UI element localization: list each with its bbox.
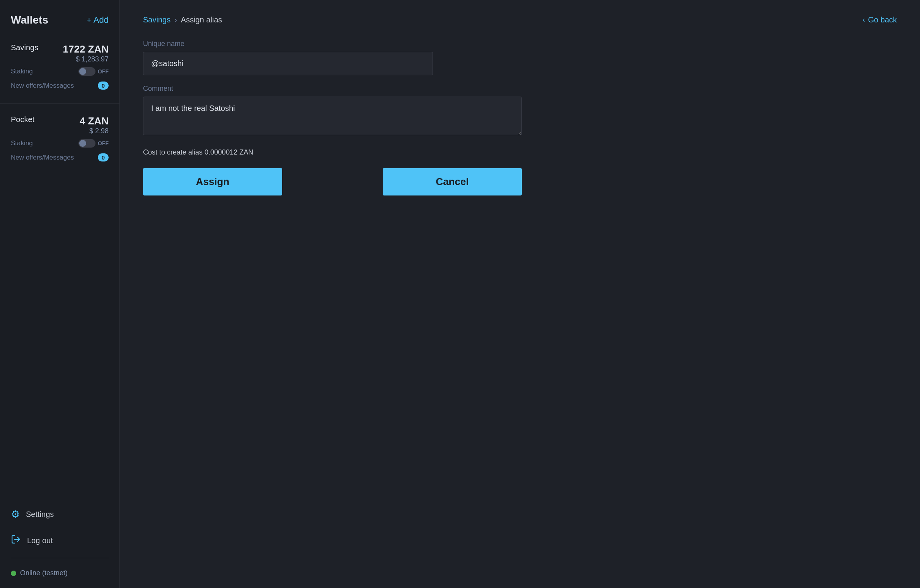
savings-staking-label: Staking xyxy=(11,68,33,75)
savings-staking-row: Staking OFF xyxy=(11,63,109,78)
comment-label: Comment xyxy=(143,85,522,93)
savings-wallet-info: 1722 ZAN $ 1,283.97 xyxy=(63,43,109,63)
gear-icon: ⚙ xyxy=(11,508,20,520)
sidebar-bottom: ⚙ Settings Log out Online (testnet) xyxy=(0,501,119,588)
pocket-wallet-balance: 4 ZAN xyxy=(80,115,109,127)
logout-icon xyxy=(11,534,21,547)
status-text: Online (testnet) xyxy=(20,569,68,577)
assign-alias-form: Unique name Comment Cost to create alias… xyxy=(143,40,522,195)
pocket-wallet: Pocket 4 ZAN $ 2.98 Staking OFF New offe… xyxy=(0,107,119,171)
savings-wallet: Savings 1722 ZAN $ 1,283.97 Staking OFF … xyxy=(0,36,119,99)
breadcrumb-savings-link[interactable]: Savings xyxy=(143,15,170,24)
status-dot-icon xyxy=(11,571,16,576)
wallets-title: Wallets xyxy=(11,14,48,26)
breadcrumb-left: Savings › Assign alias xyxy=(143,15,222,24)
button-row: Assign Cancel xyxy=(143,168,522,195)
pocket-staking-toggle-knob xyxy=(79,140,86,147)
pocket-wallet-info: 4 ZAN $ 2.98 xyxy=(80,115,109,135)
settings-label: Settings xyxy=(26,510,54,519)
assign-button[interactable]: Assign xyxy=(143,168,282,195)
savings-wallet-fiat: $ 1,283.97 xyxy=(76,55,109,63)
savings-staking-toggle-label: OFF xyxy=(98,68,109,75)
go-back-label: Go back xyxy=(868,15,897,24)
pocket-staking-toggle[interactable] xyxy=(78,139,95,148)
unique-name-label: Unique name xyxy=(143,40,522,48)
bottom-divider xyxy=(11,558,109,558)
go-back-arrow-icon: ‹ xyxy=(863,16,865,24)
savings-messages-row: New offers/Messages 0 xyxy=(11,78,109,92)
breadcrumb-separator-icon: › xyxy=(174,15,177,24)
pocket-messages-row: New offers/Messages 0 xyxy=(11,150,109,163)
savings-wallet-name: Savings xyxy=(11,43,38,52)
wallet-divider xyxy=(0,103,119,104)
savings-staking-toggle-knob xyxy=(79,68,86,75)
savings-staking-toggle[interactable] xyxy=(78,67,95,76)
logout-label: Log out xyxy=(27,536,53,545)
main-content: Savings › Assign alias ‹ Go back Unique … xyxy=(120,0,920,588)
breadcrumb-current-page: Assign alias xyxy=(181,15,222,24)
pocket-wallet-fiat: $ 2.98 xyxy=(89,127,109,135)
savings-messages-badge: 0 xyxy=(98,82,109,90)
settings-menu-item[interactable]: ⚙ Settings xyxy=(11,501,109,527)
savings-messages-label: New offers/Messages xyxy=(11,82,74,90)
cost-text: Cost to create alias 0.0000012 ZAN xyxy=(143,148,522,156)
pocket-staking-toggle-container: OFF xyxy=(78,139,109,148)
add-wallet-button[interactable]: + Add xyxy=(87,15,109,25)
sidebar: Wallets + Add Savings 1722 ZAN $ 1,283.9… xyxy=(0,0,120,588)
pocket-staking-row: Staking OFF xyxy=(11,135,109,150)
cancel-button[interactable]: Cancel xyxy=(383,168,522,195)
comment-textarea[interactable] xyxy=(143,97,522,135)
pocket-messages-label: New offers/Messages xyxy=(11,154,74,161)
pocket-messages-badge: 0 xyxy=(98,153,109,161)
go-back-button[interactable]: ‹ Go back xyxy=(863,15,897,24)
unique-name-input[interactable] xyxy=(143,52,433,75)
sidebar-header: Wallets + Add xyxy=(0,0,119,36)
pocket-staking-toggle-label: OFF xyxy=(98,140,109,146)
pocket-wallet-name: Pocket xyxy=(11,115,34,124)
savings-wallet-balance: 1722 ZAN xyxy=(63,43,109,55)
breadcrumb: Savings › Assign alias ‹ Go back xyxy=(143,15,897,24)
savings-staking-toggle-container: OFF xyxy=(78,67,109,76)
pocket-staking-label: Staking xyxy=(11,139,33,147)
logout-menu-item[interactable]: Log out xyxy=(11,527,109,554)
status-row: Online (testnet) xyxy=(11,562,109,588)
